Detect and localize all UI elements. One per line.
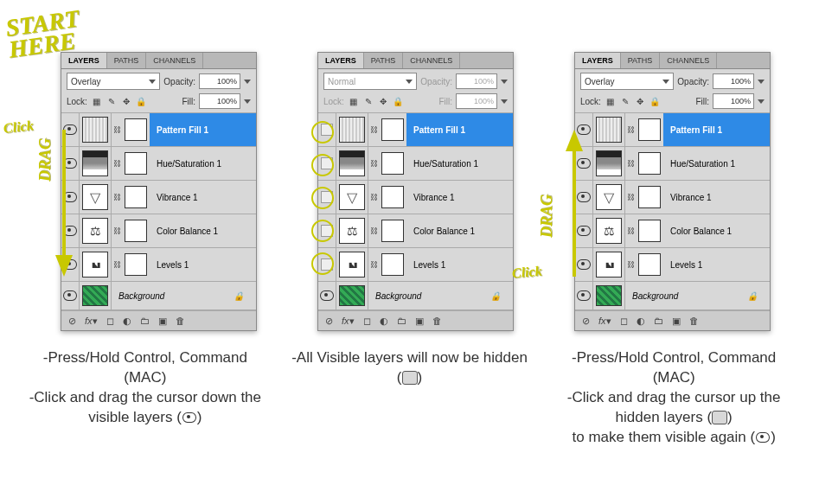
visibility-toggle[interactable]: [575, 181, 593, 214]
layer-thumbnail[interactable]: [336, 214, 368, 247]
layer-row[interactable]: ⛓Hue/Saturation 1: [318, 147, 513, 181]
layer-mask-thumbnail[interactable]: [636, 113, 663, 146]
visibility-toggle[interactable]: [575, 147, 593, 180]
layer-row[interactable]: ⛓Hue/Saturation 1: [61, 147, 256, 181]
layer-mask-thumbnail[interactable]: [379, 181, 406, 214]
opacity-input[interactable]: 100%: [713, 73, 754, 89]
layer-thumbnail[interactable]: [80, 214, 112, 247]
opacity-input[interactable]: 100%: [456, 73, 497, 89]
fill-input[interactable]: 100%: [713, 93, 754, 109]
layer-style-icon[interactable]: fx▾: [85, 316, 98, 327]
layer-row[interactable]: ⛓Color Balance 1: [575, 214, 770, 248]
layer-mask-thumbnail[interactable]: [122, 214, 150, 247]
blend-mode-select[interactable]: Overlay: [580, 73, 674, 90]
layer-mask-thumbnail[interactable]: [636, 181, 663, 214]
layer-mask-icon[interactable]: ◻: [363, 316, 371, 327]
layer-name[interactable]: Vibrance 1: [663, 181, 770, 214]
fill-input[interactable]: 100%: [456, 93, 497, 109]
layer-thumbnail[interactable]: [336, 248, 368, 281]
layer-row[interactable]: ⛓Color Balance 1: [318, 214, 513, 248]
layer-name[interactable]: Vibrance 1: [150, 181, 256, 214]
layer-thumbnail[interactable]: [593, 248, 625, 281]
visibility-toggle[interactable]: [61, 248, 80, 281]
tab-channels[interactable]: CHANNELS: [660, 53, 717, 68]
new-group-icon[interactable]: 🗀: [654, 316, 663, 326]
layer-name[interactable]: Background🔒: [368, 282, 513, 309]
layer-name[interactable]: Pattern Fill 1: [150, 113, 256, 146]
layer-thumbnail[interactable]: [593, 113, 625, 146]
visibility-toggle[interactable]: [318, 214, 336, 247]
visibility-toggle[interactable]: [318, 181, 336, 214]
layer-thumbnail[interactable]: [80, 147, 112, 180]
layer-row[interactable]: ⛓Hue/Saturation 1: [575, 147, 770, 181]
layer-thumbnail[interactable]: [593, 147, 625, 180]
visibility-toggle[interactable]: [575, 248, 593, 281]
link-layers-icon[interactable]: ⊘: [582, 316, 590, 327]
adjustment-layer-icon[interactable]: ◐: [123, 316, 131, 327]
layer-mask-thumbnail[interactable]: [636, 214, 663, 247]
layer-thumbnail[interactable]: [336, 113, 368, 146]
layer-mask-thumbnail[interactable]: [636, 248, 663, 281]
tab-channels[interactable]: CHANNELS: [146, 53, 203, 68]
new-group-icon[interactable]: 🗀: [397, 316, 406, 326]
layer-thumbnail[interactable]: [80, 282, 112, 309]
tab-channels[interactable]: CHANNELS: [403, 53, 460, 68]
visibility-toggle[interactable]: [575, 282, 593, 309]
layer-thumbnail[interactable]: [593, 181, 625, 214]
layer-name[interactable]: Levels 1: [150, 248, 256, 281]
layer-row[interactable]: ⛓Color Balance 1: [61, 214, 256, 248]
tab-paths[interactable]: PATHS: [621, 53, 661, 68]
opacity-input[interactable]: 100%: [199, 73, 240, 89]
visibility-toggle[interactable]: [318, 248, 336, 281]
lock-pixels-icon[interactable]: ✎: [619, 95, 631, 107]
layer-mask-thumbnail[interactable]: [122, 181, 150, 214]
lock-all-icon[interactable]: 🔒: [392, 95, 404, 107]
layer-name[interactable]: Levels 1: [406, 248, 513, 281]
new-group-icon[interactable]: 🗀: [140, 316, 150, 326]
layer-name[interactable]: Color Balance 1: [150, 214, 256, 247]
background-layer-row[interactable]: Background🔒: [318, 282, 513, 310]
layer-row[interactable]: ⛓Vibrance 1: [61, 181, 256, 214]
blend-mode-select[interactable]: Overlay: [67, 73, 160, 90]
new-layer-icon[interactable]: ▣: [672, 316, 681, 327]
tab-layers[interactable]: LAYERS: [318, 53, 364, 68]
layer-style-icon[interactable]: fx▾: [598, 316, 611, 327]
new-layer-icon[interactable]: ▣: [415, 316, 424, 327]
layer-name[interactable]: Background🔒: [625, 282, 770, 309]
layer-style-icon[interactable]: fx▾: [342, 316, 355, 327]
lock-all-icon[interactable]: 🔒: [135, 95, 147, 107]
layer-mask-thumbnail[interactable]: [379, 214, 406, 247]
layer-name[interactable]: Color Balance 1: [663, 214, 770, 247]
layer-mask-icon[interactable]: ◻: [106, 316, 114, 327]
lock-pixels-icon[interactable]: ✎: [106, 95, 118, 107]
visibility-toggle[interactable]: [61, 282, 80, 309]
layer-row[interactable]: ⛓Levels 1: [318, 248, 513, 282]
layer-name[interactable]: Pattern Fill 1: [663, 113, 770, 146]
layer-thumbnail[interactable]: [80, 181, 112, 214]
adjustment-layer-icon[interactable]: ◐: [637, 316, 645, 327]
new-layer-icon[interactable]: ▣: [158, 316, 167, 327]
layer-thumbnail[interactable]: [80, 248, 112, 281]
layer-name[interactable]: Pattern Fill 1: [406, 113, 513, 146]
delete-layer-icon[interactable]: 🗑: [176, 316, 185, 326]
visibility-toggle[interactable]: [61, 181, 80, 214]
layer-name[interactable]: Color Balance 1: [406, 214, 513, 247]
link-layers-icon[interactable]: ⊘: [325, 316, 333, 327]
fill-input[interactable]: 100%: [199, 93, 240, 109]
lock-transparency-icon[interactable]: ▦: [348, 95, 360, 107]
background-layer-row[interactable]: Background🔒: [61, 282, 256, 310]
visibility-toggle[interactable]: [61, 214, 80, 247]
lock-position-icon[interactable]: ✥: [377, 95, 389, 107]
tab-paths[interactable]: PATHS: [364, 53, 404, 68]
visibility-toggle[interactable]: [575, 214, 593, 247]
layer-name[interactable]: Hue/Saturation 1: [150, 147, 256, 180]
visibility-toggle[interactable]: [575, 113, 593, 146]
lock-transparency-icon[interactable]: ▦: [605, 95, 617, 107]
layer-mask-thumbnail[interactable]: [379, 147, 406, 180]
lock-position-icon[interactable]: ✥: [634, 95, 646, 107]
layer-thumbnail[interactable]: [593, 214, 625, 247]
layer-row[interactable]: ⛓Pattern Fill 1: [575, 113, 770, 147]
layer-thumbnail[interactable]: [336, 147, 368, 180]
blend-mode-select[interactable]: Normal: [323, 73, 417, 90]
layer-row[interactable]: ⛓Vibrance 1: [318, 181, 513, 214]
